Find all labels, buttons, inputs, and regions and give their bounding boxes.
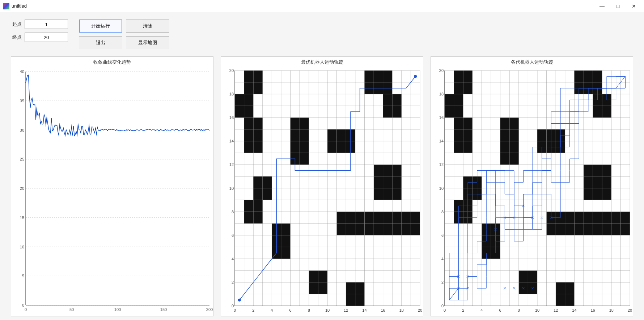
quit-button[interactable]: 退出: [79, 36, 122, 49]
minimize-button[interactable]: —: [595, 1, 609, 11]
convergence-canvas: [11, 66, 213, 316]
map-button[interactable]: 显示地图: [126, 36, 169, 49]
optimal-chart: 最优机器人运动轨迹: [221, 56, 423, 316]
start-input[interactable]: [25, 20, 68, 29]
all-chart-inner: [431, 66, 633, 316]
start-row: 起点: [11, 20, 68, 29]
form-group: 起点 终点: [11, 20, 68, 42]
optimal-title: 最优机器人运动轨迹: [221, 57, 423, 66]
window-title: untitled: [12, 3, 27, 9]
all-canvas: [431, 66, 633, 316]
close-button[interactable]: ✕: [627, 1, 641, 11]
buttons-group: 开始运行 清除 退出 显示地图: [79, 20, 169, 49]
optimal-chart-inner: [221, 66, 423, 316]
convergence-chart-inner: [11, 66, 213, 316]
end-input[interactable]: [25, 33, 68, 42]
end-label: 终点: [11, 34, 22, 40]
title-controls: — □ ✕: [595, 1, 641, 11]
run-button[interactable]: 开始运行: [79, 20, 122, 33]
start-label: 起点: [11, 21, 22, 27]
all-title: 各代机器人运动轨迹: [431, 57, 633, 66]
maximize-button[interactable]: □: [611, 1, 625, 11]
clear-button[interactable]: 清除: [126, 20, 169, 33]
all-chart: 各代机器人运动轨迹: [431, 56, 633, 316]
app-icon: [3, 3, 9, 9]
title-bar: untitled — □ ✕: [0, 0, 644, 12]
convergence-title: 收敛曲线变化趋势: [11, 57, 213, 66]
title-left: untitled: [3, 3, 27, 9]
main-content: 起点 终点 开始运行 清除 退出 显示地图 收敛曲线变化趋势 最优机器人运动轨迹: [0, 12, 644, 320]
end-row: 终点: [11, 33, 68, 42]
charts-row: 收敛曲线变化趋势 最优机器人运动轨迹 各代机器人运动轨迹: [11, 56, 633, 316]
convergence-chart: 收敛曲线变化趋势: [11, 56, 213, 316]
controls-row: 起点 终点 开始运行 清除 退出 显示地图: [11, 20, 633, 49]
optimal-canvas: [221, 66, 423, 316]
